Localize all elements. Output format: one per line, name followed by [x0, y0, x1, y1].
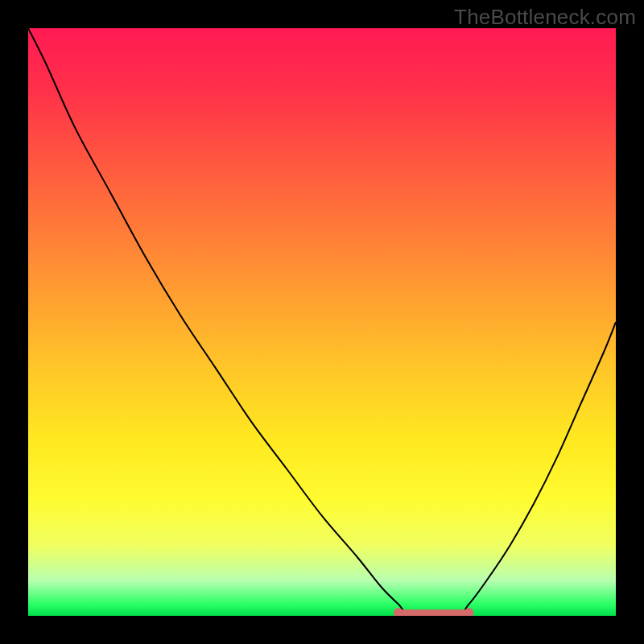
curve-line — [28, 28, 616, 614]
chart-frame: TheBottleneck.com — [0, 0, 644, 644]
watermark-text: TheBottleneck.com — [454, 5, 636, 30]
bottleneck-curve — [28, 28, 616, 616]
plot-area — [28, 28, 616, 616]
